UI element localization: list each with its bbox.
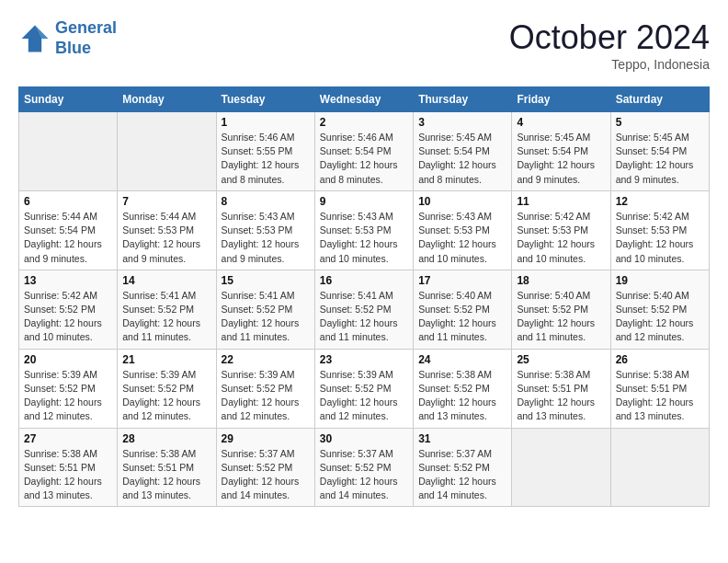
calendar-week-row: 6Sunrise: 5:44 AM Sunset: 5:54 PM Daylig… (19, 190, 710, 270)
calendar-cell: 17Sunrise: 5:40 AM Sunset: 5:52 PM Dayli… (414, 270, 512, 349)
day-info: Sunrise: 5:38 AM Sunset: 5:51 PM Dayligh… (616, 368, 704, 424)
day-number: 3 (418, 116, 506, 129)
logo-line1: General (55, 18, 117, 37)
day-number: 10 (418, 195, 506, 208)
calendar-cell: 11Sunrise: 5:42 AM Sunset: 5:53 PM Dayli… (512, 190, 610, 270)
calendar-cell: 2Sunrise: 5:46 AM Sunset: 5:54 PM Daylig… (314, 112, 413, 191)
weekday-header: Friday (512, 87, 610, 112)
day-number: 16 (320, 274, 408, 287)
day-number: 7 (122, 195, 210, 208)
calendar-cell: 31Sunrise: 5:37 AM Sunset: 5:52 PM Dayli… (414, 428, 512, 507)
day-number: 23 (320, 353, 408, 366)
day-number: 17 (418, 274, 506, 287)
weekday-header: Saturday (610, 87, 709, 112)
day-number: 5 (616, 116, 704, 129)
location-subtitle: Teppo, Indonesia (509, 57, 710, 72)
calendar-cell: 10Sunrise: 5:43 AM Sunset: 5:53 PM Dayli… (414, 190, 512, 270)
day-number: 9 (320, 195, 408, 208)
day-number: 14 (122, 274, 210, 287)
logo: General Blue (18, 18, 117, 58)
calendar-cell: 9Sunrise: 5:43 AM Sunset: 5:53 PM Daylig… (314, 190, 413, 270)
day-number: 31 (418, 432, 506, 445)
day-number: 13 (24, 274, 112, 287)
weekday-header: Tuesday (216, 87, 314, 112)
day-info: Sunrise: 5:38 AM Sunset: 5:51 PM Dayligh… (517, 368, 605, 424)
day-info: Sunrise: 5:42 AM Sunset: 5:53 PM Dayligh… (517, 210, 605, 266)
calendar-cell: 29Sunrise: 5:37 AM Sunset: 5:52 PM Dayli… (216, 428, 314, 507)
calendar-cell (19, 112, 118, 191)
calendar-cell: 12Sunrise: 5:42 AM Sunset: 5:53 PM Dayli… (610, 190, 709, 270)
day-number: 25 (517, 353, 605, 366)
day-info: Sunrise: 5:40 AM Sunset: 5:52 PM Dayligh… (616, 289, 704, 345)
day-number: 12 (616, 195, 704, 208)
day-number: 20 (24, 353, 112, 366)
day-info: Sunrise: 5:45 AM Sunset: 5:54 PM Dayligh… (616, 131, 704, 187)
calendar-cell: 18Sunrise: 5:40 AM Sunset: 5:52 PM Dayli… (512, 270, 610, 349)
weekday-header: Sunday (19, 87, 118, 112)
calendar-cell: 6Sunrise: 5:44 AM Sunset: 5:54 PM Daylig… (19, 190, 118, 270)
day-info: Sunrise: 5:38 AM Sunset: 5:51 PM Dayligh… (24, 447, 112, 503)
calendar-cell: 3Sunrise: 5:45 AM Sunset: 5:54 PM Daylig… (414, 112, 512, 191)
calendar-cell: 5Sunrise: 5:45 AM Sunset: 5:54 PM Daylig… (610, 112, 709, 191)
calendar-cell: 28Sunrise: 5:38 AM Sunset: 5:51 PM Dayli… (118, 428, 216, 507)
day-number: 26 (616, 353, 704, 366)
calendar-cell (512, 428, 610, 507)
logo-text: General Blue (55, 18, 117, 58)
calendar-cell: 13Sunrise: 5:42 AM Sunset: 5:52 PM Dayli… (19, 270, 118, 349)
calendar-cell: 26Sunrise: 5:38 AM Sunset: 5:51 PM Dayli… (610, 349, 709, 428)
day-info: Sunrise: 5:37 AM Sunset: 5:52 PM Dayligh… (320, 447, 408, 503)
calendar-week-row: 13Sunrise: 5:42 AM Sunset: 5:52 PM Dayli… (19, 270, 710, 349)
day-info: Sunrise: 5:39 AM Sunset: 5:52 PM Dayligh… (320, 368, 408, 424)
day-info: Sunrise: 5:46 AM Sunset: 5:54 PM Dayligh… (320, 131, 408, 187)
day-info: Sunrise: 5:45 AM Sunset: 5:54 PM Dayligh… (517, 131, 605, 187)
day-info: Sunrise: 5:41 AM Sunset: 5:52 PM Dayligh… (222, 289, 310, 345)
calendar-cell: 8Sunrise: 5:43 AM Sunset: 5:53 PM Daylig… (216, 190, 314, 270)
logo-icon (18, 22, 51, 55)
calendar-cell: 20Sunrise: 5:39 AM Sunset: 5:52 PM Dayli… (19, 349, 118, 428)
day-info: Sunrise: 5:39 AM Sunset: 5:52 PM Dayligh… (24, 368, 112, 424)
day-info: Sunrise: 5:37 AM Sunset: 5:52 PM Dayligh… (418, 447, 506, 503)
logo-line2: Blue (55, 39, 91, 57)
day-info: Sunrise: 5:39 AM Sunset: 5:52 PM Dayligh… (122, 368, 210, 424)
day-info: Sunrise: 5:41 AM Sunset: 5:52 PM Dayligh… (122, 289, 210, 345)
day-number: 21 (122, 353, 210, 366)
day-info: Sunrise: 5:42 AM Sunset: 5:52 PM Dayligh… (24, 289, 112, 345)
calendar-cell (610, 428, 709, 507)
weekday-header: Wednesday (314, 87, 413, 112)
day-number: 27 (24, 432, 112, 445)
day-number: 29 (222, 432, 310, 445)
calendar-week-row: 27Sunrise: 5:38 AM Sunset: 5:51 PM Dayli… (19, 428, 710, 507)
calendar-week-row: 1Sunrise: 5:46 AM Sunset: 5:55 PM Daylig… (19, 112, 710, 191)
day-info: Sunrise: 5:44 AM Sunset: 5:53 PM Dayligh… (122, 210, 210, 266)
title-block: October 2024 Teppo, Indonesia (509, 18, 710, 72)
day-info: Sunrise: 5:44 AM Sunset: 5:54 PM Dayligh… (24, 210, 112, 266)
day-info: Sunrise: 5:45 AM Sunset: 5:54 PM Dayligh… (418, 131, 506, 187)
day-number: 28 (122, 432, 210, 445)
calendar-cell: 22Sunrise: 5:39 AM Sunset: 5:52 PM Dayli… (216, 349, 314, 428)
month-title: October 2024 (509, 18, 710, 57)
day-info: Sunrise: 5:37 AM Sunset: 5:52 PM Dayligh… (222, 447, 310, 503)
calendar-header: SundayMondayTuesdayWednesdayThursdayFrid… (19, 87, 710, 112)
calendar-cell: 14Sunrise: 5:41 AM Sunset: 5:52 PM Dayli… (118, 270, 216, 349)
day-info: Sunrise: 5:40 AM Sunset: 5:52 PM Dayligh… (418, 289, 506, 345)
calendar-cell: 15Sunrise: 5:41 AM Sunset: 5:52 PM Dayli… (216, 270, 314, 349)
calendar-cell: 16Sunrise: 5:41 AM Sunset: 5:52 PM Dayli… (314, 270, 413, 349)
calendar-cell: 7Sunrise: 5:44 AM Sunset: 5:53 PM Daylig… (118, 190, 216, 270)
page-header: General Blue October 2024 Teppo, Indones… (18, 18, 710, 72)
day-number: 11 (517, 195, 605, 208)
day-info: Sunrise: 5:43 AM Sunset: 5:53 PM Dayligh… (418, 210, 506, 266)
day-info: Sunrise: 5:42 AM Sunset: 5:53 PM Dayligh… (616, 210, 704, 266)
calendar-cell: 24Sunrise: 5:38 AM Sunset: 5:52 PM Dayli… (414, 349, 512, 428)
day-number: 8 (222, 195, 310, 208)
day-info: Sunrise: 5:41 AM Sunset: 5:52 PM Dayligh… (320, 289, 408, 345)
day-number: 22 (222, 353, 310, 366)
day-info: Sunrise: 5:38 AM Sunset: 5:52 PM Dayligh… (418, 368, 506, 424)
day-info: Sunrise: 5:43 AM Sunset: 5:53 PM Dayligh… (222, 210, 310, 266)
day-info: Sunrise: 5:39 AM Sunset: 5:52 PM Dayligh… (222, 368, 310, 424)
calendar-cell (118, 112, 216, 191)
calendar-cell: 23Sunrise: 5:39 AM Sunset: 5:52 PM Dayli… (314, 349, 413, 428)
calendar-table: SundayMondayTuesdayWednesdayThursdayFrid… (18, 86, 710, 507)
day-number: 18 (517, 274, 605, 287)
day-number: 2 (320, 116, 408, 129)
day-number: 30 (320, 432, 408, 445)
